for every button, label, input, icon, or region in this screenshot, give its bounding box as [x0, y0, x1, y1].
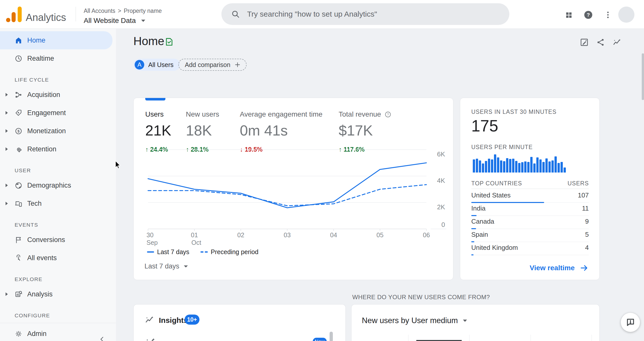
per-minute-bar [509, 159, 511, 173]
country-name: United States [471, 191, 511, 199]
breadcrumb-property[interactable]: Property name [124, 8, 162, 14]
insights-icon [145, 315, 154, 325]
country-users: 11 [582, 204, 589, 212]
segment-avatar: A [135, 60, 144, 70]
country-row-canada: Canada9 [471, 216, 589, 229]
metric-tab-new-users[interactable]: New users18K↑ 28.1% [186, 110, 219, 153]
new-users-dimension-selector[interactable]: New users by User medium [362, 316, 467, 325]
retention-icon [15, 145, 22, 153]
feedback-chat-button[interactable] [621, 313, 640, 332]
chevron-down-icon [141, 20, 145, 22]
demographics-icon [15, 182, 22, 189]
sidebar-item-engagement[interactable]: Engagement [0, 104, 116, 122]
share-icon[interactable] [596, 38, 605, 47]
chart-gridline [408, 335, 408, 341]
per-minute-bar [497, 157, 499, 173]
sidebar-section-user: USER [0, 165, 116, 176]
per-minute-bar [491, 159, 493, 173]
analytics-logo[interactable] [6, 7, 22, 23]
sidebar-item-home[interactable]: Home [0, 31, 112, 49]
search-placeholder: Try searching "how to set up Analytics" [247, 10, 377, 18]
search-icon [231, 10, 240, 19]
per-minute-bar [482, 163, 484, 173]
segment-chip-all-users[interactable]: A All Users [133, 59, 180, 71]
breadcrumb-account[interactable]: All Accounts [84, 8, 115, 14]
sidebar-item-all-events[interactable]: All events [0, 249, 116, 267]
logo-dot [6, 18, 10, 22]
apps-grid-icon[interactable] [565, 11, 573, 19]
metric-tab-total-revenue[interactable]: Total revenue?$17K↑ 117.6% [339, 110, 391, 153]
sidebar-item-monetization[interactable]: $Monetization [0, 122, 116, 140]
country-name: United Kingdom [471, 244, 518, 252]
time-range-selector[interactable]: Last 7 days [144, 262, 188, 270]
sidebar-item-label: Retention [27, 145, 56, 153]
per-minute-bar [558, 163, 560, 173]
countries-list: United States107India11Canada9Spain5Unit… [471, 190, 589, 255]
insights-scrollbar[interactable] [330, 332, 333, 341]
realtime-users-count: 175 [471, 117, 498, 135]
sidebar-item-label: Engagement [27, 109, 66, 117]
report-verified-icon[interactable] [164, 37, 174, 47]
svg-text:Sep: Sep [147, 239, 158, 246]
metric-tab-users[interactable]: Users21K↑ 24.4% [145, 110, 171, 153]
sidebar-item-acquisition[interactable]: Acquisition [0, 86, 116, 104]
property-selector[interactable]: All Website Data [84, 17, 145, 25]
metric-label: Total revenue? [339, 110, 391, 118]
metric-tab-average-engagement-time[interactable]: Average engagement time0m 41s↓ 19.5% [240, 110, 323, 153]
new-users-card-title: New users by User medium [362, 316, 458, 325]
svg-text:0: 0 [442, 221, 445, 228]
per-minute-bar [485, 161, 487, 173]
insights-card: Insights 10+ New [133, 304, 346, 341]
sidebar-item-retention[interactable]: Retention [0, 140, 116, 158]
new-users-card: New users by User medium [351, 304, 600, 341]
add-comparison-label: Add comparison [185, 61, 230, 69]
search-bar[interactable]: Try searching "how to set up Analytics" [221, 3, 509, 25]
sidebar-item-conversions[interactable]: Conversions [0, 231, 116, 249]
sidebar-item-tech[interactable]: Tech [0, 194, 116, 213]
conversions-icon [15, 236, 22, 244]
per-minute-bar [488, 159, 490, 173]
per-minute-bar [506, 158, 508, 173]
account-avatar[interactable] [618, 7, 634, 23]
view-realtime-label: View realtime [530, 264, 575, 272]
page-scrollbar[interactable] [642, 53, 644, 100]
per-minute-bar [548, 161, 551, 173]
more-options-icon[interactable] [604, 11, 612, 19]
users-column-header: USERS [568, 180, 589, 187]
sidebar-item-demographics[interactable]: Demographics [0, 176, 116, 194]
country-name: Spain [471, 231, 488, 238]
per-minute-bar [521, 162, 523, 173]
sidebar-item-realtime[interactable]: Realtime [0, 49, 116, 67]
insights-shortcut-icon[interactable] [612, 38, 622, 47]
legend-label: Last 7 days [157, 248, 189, 256]
new-users-section-heading: WHERE DO YOUR NEW USERS COME FROM? [352, 294, 490, 301]
customize-report-icon[interactable] [580, 38, 589, 47]
legend-item-preceding-period: Preceding period [200, 248, 258, 256]
sidebar-item-label: Acquisition [27, 91, 60, 99]
realtime-card: USERS IN LAST 30 MINUTES 175 USERS PER M… [460, 98, 600, 280]
svg-text:2K: 2K [437, 203, 445, 211]
header-divider [76, 7, 76, 21]
sidebar-item-label: Conversions [27, 236, 65, 244]
svg-text:30: 30 [147, 231, 154, 238]
add-comparison-button[interactable]: Add comparison [178, 59, 247, 71]
per-minute-bar [473, 159, 475, 173]
insight-item-icon [145, 337, 156, 341]
help-icon[interactable]: ? [583, 10, 593, 20]
legend-label: Preceding period [211, 248, 258, 256]
sidebar-item-analysis[interactable]: Analysis [0, 285, 116, 303]
per-minute-bar [476, 159, 478, 173]
chevron-right-icon [6, 202, 8, 205]
insights-count-badge[interactable]: 10+ [185, 315, 199, 325]
per-minute-bar [554, 156, 557, 173]
overview-metrics-card: Users21K↑ 24.4%New users18K↑ 28.1%Averag… [133, 98, 453, 280]
view-realtime-link[interactable]: View realtime [530, 264, 588, 272]
sidebar-item-label: Realtime [27, 55, 54, 62]
chevron-right-icon [6, 129, 8, 133]
question-circle-icon[interactable]: ? [385, 111, 391, 118]
app-header: Analytics All Accounts>Property name All… [0, 0, 644, 29]
per-minute-bar [545, 158, 548, 173]
country-users: 5 [585, 231, 589, 238]
collapse-sidebar-icon[interactable] [98, 335, 106, 341]
chevron-down-icon [184, 265, 188, 267]
